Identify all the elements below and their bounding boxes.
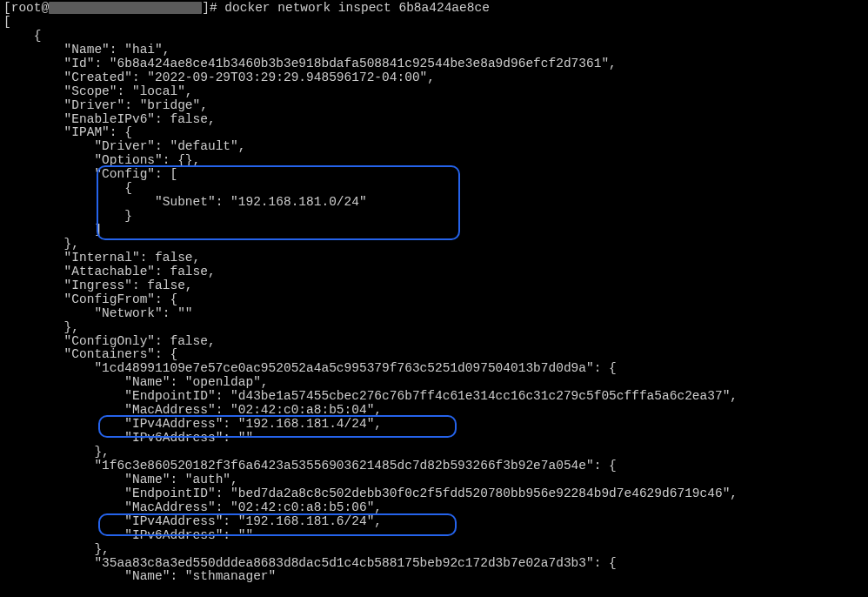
- terminal-output: [root@]# docker network inspect 6b8a424a…: [0, 0, 868, 584]
- highlight-box-2: [98, 415, 457, 438]
- highlight-box-1: [97, 165, 460, 240]
- highlight-box-3: [98, 513, 457, 536]
- command[interactable]: docker network inspect 6b8a424ae8ce: [224, 1, 490, 15]
- prompt-host-redacted: [49, 2, 202, 14]
- prompt-user: root: [11, 1, 42, 15]
- prompt-line: [root@]# docker network inspect 6b8a424a…: [3, 1, 490, 15]
